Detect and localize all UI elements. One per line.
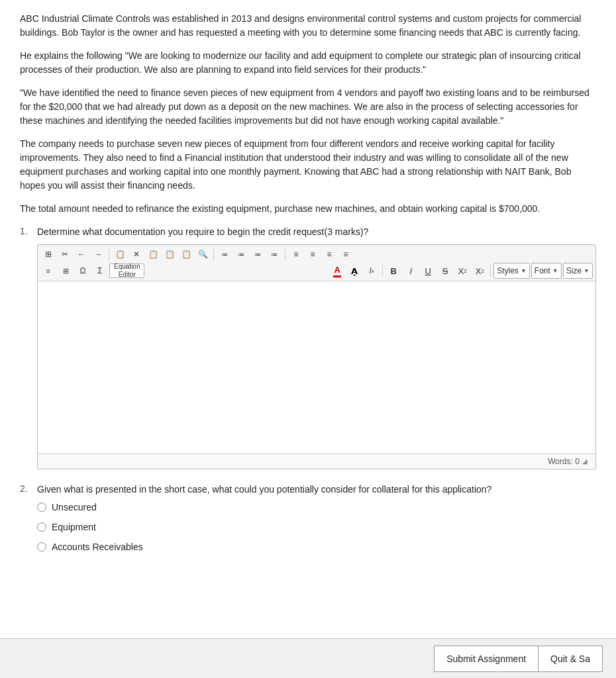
tb-cut-icon[interactable]: ✂ <box>57 247 73 262</box>
toolbar-row-1: ⊞ ✂ ← → 📋 ✕ 📋 📋 📋 🔍 ≔ <box>40 247 593 262</box>
tb-delete-btn[interactable]: ✕ <box>128 247 144 262</box>
radio-options: Unsecured Equipment Accounts Receivables <box>37 502 596 552</box>
font-label: Font <box>535 266 550 275</box>
tb-omega-icon[interactable]: Ω <box>75 264 91 278</box>
radio-circle-unsecured <box>37 503 46 512</box>
question-1-number: 1. <box>20 225 37 469</box>
separator-2 <box>213 248 214 260</box>
tb-outdent-btn[interactable]: ≔ <box>266 247 282 262</box>
question-1-text: Determine what documentation you require… <box>37 225 596 239</box>
question-2: 2. Given what is presented in the short … <box>20 483 596 561</box>
tb-align-left-btn[interactable]: ≡ <box>288 247 304 262</box>
font-color-btn[interactable]: A <box>329 264 345 278</box>
tb-align-right-btn[interactable]: ≡ <box>321 247 337 262</box>
equation-editor-label: Equation Editor <box>114 263 140 279</box>
tb-ordered-list-btn[interactable]: ≔ <box>217 247 232 262</box>
size-label: Size <box>566 266 582 275</box>
question-1: 1. Determine what documentation you requ… <box>20 225 596 469</box>
tb-copy-btn[interactable]: 📋 <box>112 247 128 262</box>
font-dropdown[interactable]: Font ▼ <box>531 263 562 279</box>
editor-body[interactable] <box>38 281 595 454</box>
strikethrough-btn[interactable]: S <box>437 264 453 278</box>
tb-paste2-btn[interactable]: 📋 <box>162 247 178 262</box>
radio-label-equipment: Equipment <box>52 522 96 532</box>
paragraph-1: ABC Industrial Climate Controls was esta… <box>20 12 596 40</box>
styles-arrow-icon: ▼ <box>521 267 527 274</box>
toolbar-left: ≡ ⊞ Ω Σ Equation Editor <box>40 264 144 278</box>
separator-dropdowns <box>490 265 491 277</box>
size-arrow-icon: ▼ <box>584 267 590 274</box>
paragraph-3: "We have identified the need to finance … <box>20 86 596 128</box>
editor-toolbar: ⊞ ✂ ← → 📋 ✕ 📋 📋 📋 🔍 ≔ <box>38 245 595 281</box>
tb-unordered-list-btn[interactable]: ≔ <box>233 247 249 262</box>
toolbar-right: A Ạ Ix B I <box>329 263 593 279</box>
font-arrow-icon: ▼ <box>552 267 558 274</box>
tb-undo-btn[interactable]: ← <box>74 247 89 262</box>
bottom-bar: Submit Assignment Quit & Sa <box>0 638 616 678</box>
tb-redo-btn[interactable]: → <box>90 247 106 262</box>
font-color-icon: A <box>333 265 341 277</box>
editor-footer: Words: 0 ◢ <box>38 454 595 469</box>
question-2-body: Given what is presented in the short cas… <box>37 483 596 561</box>
underline-btn[interactable]: U <box>420 264 436 278</box>
styles-label: Styles <box>497 266 519 275</box>
separator-3 <box>285 248 285 260</box>
tb-align-center-btn[interactable]: ≡ <box>305 247 321 262</box>
radio-equipment[interactable]: Equipment <box>37 522 596 532</box>
questions-section: 1. Determine what documentation you requ… <box>20 225 596 561</box>
radio-circle-equipment <box>37 522 46 532</box>
italic-btn[interactable]: I <box>403 264 419 278</box>
highlight-color-btn[interactable]: Ạ <box>346 264 362 278</box>
tb-expand-btn[interactable]: ⊞ <box>40 247 56 262</box>
paragraph-5: The total amount needed to refinance the… <box>20 202 596 216</box>
tb-sigma-icon[interactable]: Σ <box>92 264 108 278</box>
tb-paste3-btn[interactable]: 📋 <box>178 247 194 262</box>
tb-paste-btn[interactable]: 📋 <box>145 247 161 262</box>
quit-save-button[interactable]: Quit & Sa <box>538 646 603 672</box>
separator-1 <box>109 248 109 260</box>
tb-indent-btn[interactable]: ≔ <box>250 247 266 262</box>
highlight-icon: Ạ <box>351 266 358 276</box>
resize-handle-icon[interactable]: ◢ <box>582 458 590 465</box>
superscript-btn[interactable]: X2 <box>472 264 488 278</box>
radio-label-unsecured: Unsecured <box>52 502 97 512</box>
radio-accounts-receivables[interactable]: Accounts Receivables <box>37 542 596 552</box>
paragraph-2: He explains the following "We are lookin… <box>20 49 596 77</box>
radio-circle-accounts <box>37 542 46 552</box>
styles-dropdown[interactable]: Styles ▼ <box>493 263 530 279</box>
equation-editor-btn[interactable]: Equation Editor <box>109 264 144 278</box>
question-1-body: Determine what documentation you require… <box>37 225 596 469</box>
tb-list-icon[interactable]: ≡ <box>40 264 56 278</box>
word-count: Words: 0 <box>548 457 580 466</box>
size-dropdown[interactable]: Size ▼ <box>563 263 593 279</box>
rich-text-editor[interactable]: ⊞ ✂ ← → 📋 ✕ 📋 📋 📋 🔍 ≔ <box>37 244 596 469</box>
radio-unsecured[interactable]: Unsecured <box>37 502 596 512</box>
clear-format-btn[interactable]: Ix <box>364 264 380 278</box>
question-2-number: 2. <box>20 483 37 561</box>
tb-justify-btn[interactable]: ≡ <box>338 247 354 262</box>
tb-search-btn[interactable]: 🔍 <box>195 247 211 262</box>
radio-label-accounts: Accounts Receivables <box>52 542 143 552</box>
toolbar-row-2: ≡ ⊞ Ω Σ Equation Editor <box>40 263 593 279</box>
separator-format <box>382 265 383 277</box>
main-content: ABC Industrial Climate Controls was esta… <box>0 0 616 640</box>
submit-assignment-button[interactable]: Submit Assignment <box>434 646 538 672</box>
question-2-text: Given what is presented in the short cas… <box>37 483 596 497</box>
tb-table-icon[interactable]: ⊞ <box>58 264 74 278</box>
subscript-btn[interactable]: X2 <box>454 264 470 278</box>
paragraph-4: The company needs to purchase seven new … <box>20 137 596 193</box>
bold-btn[interactable]: B <box>385 264 401 278</box>
